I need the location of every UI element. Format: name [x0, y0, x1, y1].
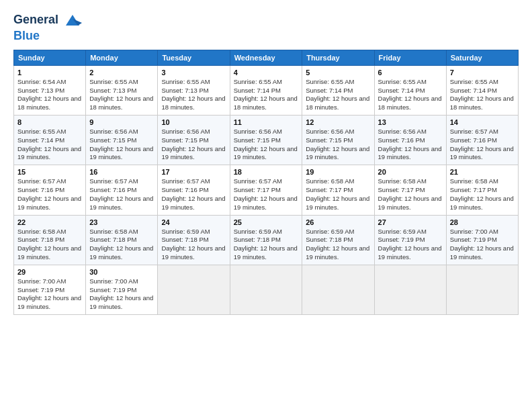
day-info: Sunrise: 7:00 AMSunset: 7:19 PMDaylight:…	[450, 228, 514, 261]
day-info: Sunrise: 6:56 AMSunset: 7:15 PMDaylight:…	[161, 128, 225, 161]
calendar-cell: 1 Sunrise: 6:54 AMSunset: 7:13 PMDayligh…	[14, 65, 86, 115]
day-info: Sunrise: 6:54 AMSunset: 7:13 PMDaylight:…	[17, 78, 81, 111]
calendar-cell	[446, 265, 518, 314]
calendar-cell: 18 Sunrise: 6:57 AMSunset: 7:17 PMDaylig…	[230, 165, 302, 215]
day-number: 4	[234, 68, 299, 77]
day-info: Sunrise: 6:57 AMSunset: 7:17 PMDaylight:…	[234, 177, 298, 210]
day-info: Sunrise: 7:00 AMSunset: 7:19 PMDaylight:…	[17, 277, 81, 310]
day-number: 27	[378, 218, 443, 226]
calendar-cell	[374, 265, 446, 314]
day-info: Sunrise: 7:00 AMSunset: 7:19 PMDaylight:…	[89, 277, 153, 310]
calendar-cell: 14 Sunrise: 6:57 AMSunset: 7:16 PMDaylig…	[446, 116, 518, 165]
calendar-week-row: 29 Sunrise: 7:00 AMSunset: 7:19 PMDaylig…	[14, 265, 519, 314]
day-number: 12	[306, 118, 370, 126]
day-number: 11	[234, 118, 299, 126]
day-number: 13	[378, 118, 443, 126]
day-info: Sunrise: 6:55 AMSunset: 7:14 PMDaylight:…	[17, 128, 81, 161]
day-info: Sunrise: 6:56 AMSunset: 7:15 PMDaylight:…	[306, 128, 369, 161]
day-number: 21	[450, 168, 515, 176]
day-info: Sunrise: 6:55 AMSunset: 7:13 PMDaylight:…	[89, 78, 153, 111]
day-info: Sunrise: 6:55 AMSunset: 7:14 PMDaylight:…	[378, 78, 442, 111]
day-info: Sunrise: 6:58 AMSunset: 7:17 PMDaylight:…	[378, 177, 442, 210]
calendar-cell: 15 Sunrise: 6:57 AMSunset: 7:16 PMDaylig…	[14, 165, 86, 215]
calendar-cell: 17 Sunrise: 6:57 AMSunset: 7:16 PMDaylig…	[158, 165, 230, 215]
calendar-cell: 9 Sunrise: 6:56 AMSunset: 7:15 PMDayligh…	[86, 116, 158, 165]
day-number: 16	[89, 168, 154, 176]
calendar-cell: 20 Sunrise: 6:58 AMSunset: 7:17 PMDaylig…	[374, 165, 446, 215]
day-info: Sunrise: 6:57 AMSunset: 7:16 PMDaylight:…	[450, 128, 514, 161]
day-info: Sunrise: 6:55 AMSunset: 7:14 PMDaylight:…	[450, 78, 514, 111]
day-number: 9	[89, 118, 154, 126]
calendar-cell	[230, 265, 302, 314]
calendar-cell: 2 Sunrise: 6:55 AMSunset: 7:13 PMDayligh…	[86, 65, 158, 115]
day-info: Sunrise: 6:55 AMSunset: 7:13 PMDaylight:…	[161, 78, 225, 111]
calendar-cell: 23 Sunrise: 6:58 AMSunset: 7:18 PMDaylig…	[86, 215, 158, 265]
logo-general-text: General	[13, 13, 58, 26]
calendar-cell: 10 Sunrise: 6:56 AMSunset: 7:15 PMDaylig…	[158, 116, 230, 165]
day-info: Sunrise: 6:57 AMSunset: 7:16 PMDaylight:…	[17, 177, 81, 210]
calendar-week-row: 1 Sunrise: 6:54 AMSunset: 7:13 PMDayligh…	[14, 65, 519, 115]
calendar-cell: 28 Sunrise: 7:00 AMSunset: 7:19 PMDaylig…	[446, 215, 518, 265]
calendar-cell	[302, 265, 374, 314]
day-number: 22	[17, 218, 82, 226]
day-number: 2	[89, 68, 154, 77]
header-saturday: Saturday	[446, 50, 518, 65]
calendar-cell: 21 Sunrise: 6:58 AMSunset: 7:17 PMDaylig…	[446, 165, 518, 215]
day-number: 18	[234, 168, 299, 176]
logo-blue-text: Blue	[13, 29, 40, 42]
header-sunday: Sunday	[14, 50, 86, 65]
header-wednesday: Wednesday	[230, 50, 302, 65]
day-number: 7	[450, 68, 515, 77]
calendar-cell: 29 Sunrise: 7:00 AMSunset: 7:19 PMDaylig…	[14, 265, 86, 314]
calendar-cell: 19 Sunrise: 6:58 AMSunset: 7:17 PMDaylig…	[302, 165, 374, 215]
day-number: 1	[17, 68, 82, 77]
day-info: Sunrise: 6:58 AMSunset: 7:17 PMDaylight:…	[450, 177, 514, 210]
day-number: 20	[378, 168, 443, 176]
calendar-cell: 7 Sunrise: 6:55 AMSunset: 7:14 PMDayligh…	[446, 65, 518, 115]
day-info: Sunrise: 6:55 AMSunset: 7:14 PMDaylight:…	[234, 78, 298, 111]
calendar-header-row: Sunday Monday Tuesday Wednesday Thursday…	[14, 50, 519, 65]
header-tuesday: Tuesday	[158, 50, 230, 65]
calendar-cell: 4 Sunrise: 6:55 AMSunset: 7:14 PMDayligh…	[230, 65, 302, 115]
day-number: 19	[306, 168, 370, 176]
header-friday: Friday	[374, 50, 446, 65]
calendar-cell: 5 Sunrise: 6:55 AMSunset: 7:14 PMDayligh…	[302, 65, 374, 115]
calendar-cell: 13 Sunrise: 6:56 AMSunset: 7:16 PMDaylig…	[374, 116, 446, 165]
day-info: Sunrise: 6:56 AMSunset: 7:15 PMDaylight:…	[234, 128, 298, 161]
day-number: 6	[378, 68, 443, 77]
day-info: Sunrise: 6:59 AMSunset: 7:18 PMDaylight:…	[161, 228, 225, 261]
day-info: Sunrise: 6:58 AMSunset: 7:18 PMDaylight:…	[89, 228, 153, 261]
calendar-cell: 26 Sunrise: 6:59 AMSunset: 7:18 PMDaylig…	[302, 215, 374, 265]
day-info: Sunrise: 6:56 AMSunset: 7:16 PMDaylight:…	[378, 128, 442, 161]
calendar-cell: 30 Sunrise: 7:00 AMSunset: 7:19 PMDaylig…	[86, 265, 158, 314]
calendar-week-row: 15 Sunrise: 6:57 AMSunset: 7:16 PMDaylig…	[14, 165, 519, 215]
header-thursday: Thursday	[302, 50, 374, 65]
day-info: Sunrise: 6:59 AMSunset: 7:18 PMDaylight:…	[234, 228, 298, 261]
calendar-cell: 27 Sunrise: 6:59 AMSunset: 7:19 PMDaylig…	[374, 215, 446, 265]
calendar-cell	[158, 265, 230, 314]
day-info: Sunrise: 6:58 AMSunset: 7:17 PMDaylight:…	[306, 177, 369, 210]
header: General Blue	[13, 11, 519, 43]
day-info: Sunrise: 6:57 AMSunset: 7:16 PMDaylight:…	[89, 177, 153, 210]
day-number: 8	[17, 118, 82, 126]
day-number: 28	[450, 218, 515, 226]
day-number: 3	[161, 68, 226, 77]
day-info: Sunrise: 6:55 AMSunset: 7:14 PMDaylight:…	[306, 78, 369, 111]
calendar-cell: 22 Sunrise: 6:58 AMSunset: 7:18 PMDaylig…	[14, 215, 86, 265]
day-number: 5	[306, 68, 370, 77]
calendar-week-row: 22 Sunrise: 6:58 AMSunset: 7:18 PMDaylig…	[14, 215, 519, 265]
calendar-cell: 24 Sunrise: 6:59 AMSunset: 7:18 PMDaylig…	[158, 215, 230, 265]
day-number: 23	[89, 218, 154, 226]
day-info: Sunrise: 6:58 AMSunset: 7:18 PMDaylight:…	[17, 228, 81, 261]
day-number: 15	[17, 168, 82, 176]
day-number: 14	[450, 118, 515, 126]
day-number: 29	[17, 268, 82, 276]
day-number: 25	[234, 218, 299, 226]
day-number: 10	[161, 118, 226, 126]
logo-icon	[63, 11, 82, 30]
calendar-week-row: 8 Sunrise: 6:55 AMSunset: 7:14 PMDayligh…	[14, 116, 519, 165]
day-number: 17	[161, 168, 226, 176]
calendar-cell: 8 Sunrise: 6:55 AMSunset: 7:14 PMDayligh…	[14, 116, 86, 165]
calendar-cell: 11 Sunrise: 6:56 AMSunset: 7:15 PMDaylig…	[230, 116, 302, 165]
calendar-cell: 3 Sunrise: 6:55 AMSunset: 7:13 PMDayligh…	[158, 65, 230, 115]
